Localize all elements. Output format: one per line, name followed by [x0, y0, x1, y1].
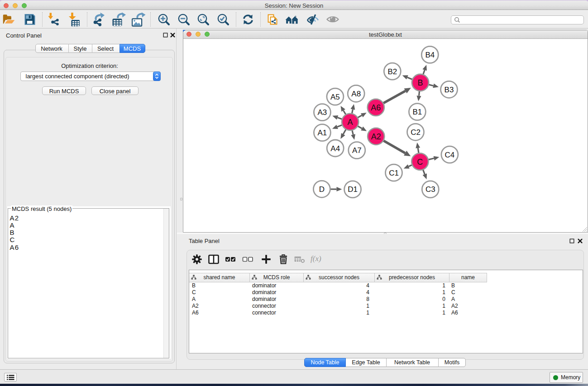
svg-text:A8: A8	[351, 90, 361, 98]
svg-text:B3: B3	[445, 86, 454, 94]
svg-text:A5: A5	[330, 93, 340, 101]
svg-text:B: B	[417, 78, 423, 87]
svg-text:B1: B1	[413, 108, 422, 116]
svg-text:C2: C2	[411, 128, 421, 137]
svg-text:C3: C3	[425, 185, 435, 194]
svg-text:A7: A7	[352, 146, 362, 155]
svg-text:D: D	[319, 185, 325, 194]
svg-text:C: C	[417, 157, 423, 167]
svg-text:B2: B2	[387, 67, 397, 76]
svg-text:A: A	[348, 118, 353, 127]
svg-text:A4: A4	[330, 144, 340, 153]
svg-text:B4: B4	[425, 51, 435, 59]
svg-text:C4: C4	[445, 151, 455, 159]
svg-text:C1: C1	[389, 169, 399, 177]
svg-text:A2: A2	[371, 132, 381, 141]
svg-text:A6: A6	[371, 103, 381, 112]
svg-text:D1: D1	[348, 185, 358, 194]
svg-text:A1: A1	[318, 129, 327, 137]
svg-text:A3: A3	[318, 108, 327, 117]
